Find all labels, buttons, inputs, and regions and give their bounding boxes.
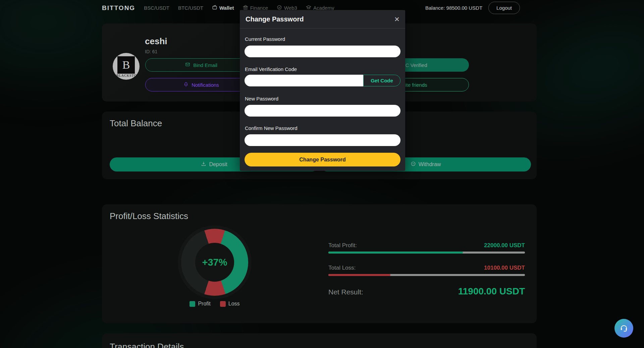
avatar: B BLACKSTONE — [113, 53, 140, 80]
profile-username: ceshi — [145, 36, 167, 47]
profit-swatch-icon — [190, 301, 195, 307]
total-profit-bar — [328, 252, 525, 254]
profit-loss-card: Profit/Loss Statistics +37% Profit Loss … — [102, 204, 537, 323]
total-profit-value: 22000.00 USDT — [484, 242, 525, 249]
new-password-input[interactable] — [245, 105, 400, 117]
donut-center-label: +37% — [181, 229, 248, 296]
get-code-button[interactable]: Get Code — [363, 75, 400, 86]
customer-support-button[interactable] — [614, 319, 633, 338]
change-password-modal: Change Password × Current Password Email… — [240, 10, 405, 171]
nav-label: BSC/USDT — [144, 5, 169, 11]
legend-loss-label: Loss — [228, 301, 240, 307]
nav-label: Wallet — [219, 5, 234, 11]
total-profit-bar-fill — [328, 252, 463, 254]
total-loss-bar-fill — [328, 274, 390, 276]
bind-email-label: Bind Email — [193, 62, 217, 68]
total-loss-value: 10100.00 USDT — [484, 265, 525, 271]
nav-item-bsc-usdt[interactable]: BSC/USDT — [144, 5, 169, 11]
profile-id: ID: 61 — [145, 49, 157, 54]
avatar-caption: BLACKSTONE — [113, 74, 140, 77]
headset-icon — [620, 324, 628, 333]
logout-button[interactable]: Logout — [488, 2, 520, 14]
confirm-new-password-label: Confirm New Password — [245, 125, 298, 131]
new-password-label: New Password — [245, 96, 278, 101]
transaction-details-card: Transaction Details — [102, 333, 537, 348]
net-result-value: 11900.00 USDT — [458, 286, 525, 297]
close-icon[interactable]: × — [394, 15, 399, 23]
bell-icon — [183, 82, 189, 88]
confirm-new-password-input[interactable] — [245, 134, 400, 146]
nav-item-wallet[interactable]: Wallet — [212, 5, 234, 11]
withdraw-label: Withdraw — [419, 161, 441, 167]
avatar-logo: B — [117, 56, 135, 74]
current-password-label: Current Password — [245, 36, 285, 42]
change-password-submit-button[interactable]: Change Password — [245, 153, 400, 166]
current-password-input[interactable] — [245, 46, 400, 57]
transaction-details-title: Transaction Details — [110, 342, 184, 348]
minus-circle-icon — [411, 161, 416, 168]
modal-title: Change Password — [246, 15, 304, 23]
email-verification-code-label: Email Verification Code — [245, 66, 297, 72]
profit-loss-title: Profit/Loss Statistics — [110, 211, 188, 221]
envelope-icon — [185, 62, 190, 68]
deposit-label: Deposit — [209, 161, 227, 167]
modal-header: Change Password × — [240, 10, 405, 28]
nav-label: BTC/USDT — [178, 5, 203, 11]
account-balance-text: Balance: 98500.00 USDT — [425, 5, 482, 11]
total-loss-bar — [328, 274, 525, 276]
chart-legend: Profit Loss — [171, 301, 258, 307]
legend-profit-label: Profit — [198, 301, 210, 307]
download-tray-icon — [201, 161, 206, 168]
email-verification-code-input[interactable] — [245, 75, 363, 86]
avatar-monogram: B — [122, 59, 130, 71]
legend-item-profit[interactable]: Profit — [190, 301, 210, 307]
loss-swatch-icon — [220, 301, 226, 307]
total-balance-title: Total Balance — [110, 118, 162, 129]
total-loss-label: Total Loss: — [328, 265, 356, 271]
net-result-label: Net Result: — [328, 288, 363, 296]
nav-item-btc-usdt[interactable]: BTC/USDT — [178, 5, 203, 11]
notifications-label: Notifications — [192, 82, 219, 88]
legend-item-loss[interactable]: Loss — [220, 301, 240, 307]
wallet-icon — [212, 5, 217, 11]
total-profit-label: Total Profit: — [328, 242, 357, 249]
brand-logo: BITTONG — [102, 4, 135, 12]
